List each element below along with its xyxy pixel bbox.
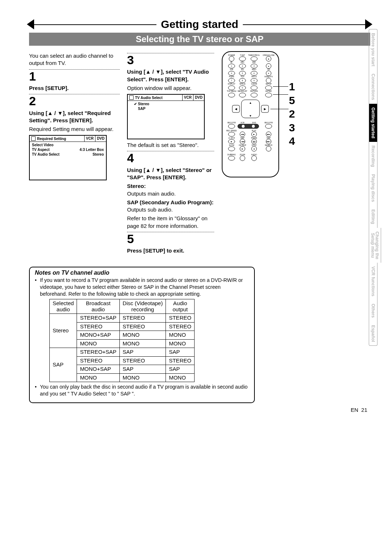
svg-point-29 [265, 93, 272, 97]
callout-4: 4 [289, 134, 295, 148]
side-tab-connections[interactable]: Connections [369, 70, 377, 104]
svg-text:3: 3 [254, 65, 255, 67]
menu-tab-vcr: VCR [183, 95, 193, 101]
svg-text:STOP: STOP [252, 144, 257, 146]
side-tab-playing-discs[interactable]: Playing discs [369, 171, 377, 206]
svg-text:▶: ▶ [253, 133, 255, 135]
side-tab-changing-setup[interactable]: Changing theSetup menu [369, 228, 381, 263]
svg-rect-73 [238, 124, 259, 128]
svg-text:1: 1 [231, 65, 232, 67]
svg-text:ABC: ABC [241, 61, 245, 63]
remote-diagram: POWER T-SET TIMER PROG. OPEN/CLOSE ▲ [221, 51, 370, 256]
svg-point-22 [228, 86, 235, 90]
svg-text:@.: @. [230, 61, 233, 63]
section-header: Getting started [29, 18, 370, 30]
svg-point-6 [239, 57, 246, 61]
table-row: SAP STEREO+SAP SAP SAP [50, 348, 195, 357]
svg-text:MNO: MNO [252, 68, 256, 70]
svg-text:DEF: DEF [252, 61, 256, 63]
svg-point-24 [251, 86, 257, 90]
svg-text:CLEAR: CLEAR [251, 83, 257, 85]
svg-text:JKL: JKL [241, 68, 244, 70]
menu-tab-dvd: DVD [193, 95, 204, 101]
stereo-body: Outputs main audio. [127, 190, 176, 197]
side-tab-espanol[interactable]: Español [369, 321, 377, 346]
table-header: Broadcastaudio [77, 299, 119, 314]
tv-audio-select-menu: TV Audio Select VCR DVD ✔Stereo SAP [127, 94, 205, 139]
svg-point-5 [229, 56, 234, 61]
svg-text:▼: ▼ [268, 72, 270, 74]
svg-text:▶▶|: ▶▶| [267, 140, 270, 143]
svg-text:MENU/LIST: MENU/LIST [238, 90, 248, 92]
table-row: Stereo STEREO+SAP STEREO STEREO [50, 314, 195, 323]
step-3-action: Using [▲ / ▼], select "TV Audio Select".… [127, 68, 214, 83]
svg-text:TIMER PROG.: TIMER PROG. [248, 54, 260, 56]
svg-text:TOP MENU: TOP MENU [227, 90, 237, 92]
step-3-number: 3 [127, 53, 214, 67]
notes-bullet-1: If you want to record a TV program avail… [40, 277, 249, 298]
svg-point-112 [240, 156, 245, 161]
svg-text:▲: ▲ [268, 58, 270, 60]
table-header: Selectedaudio [50, 299, 77, 314]
svg-text:❚❚: ❚❚ [253, 140, 256, 143]
menu-row: ✔Stereo [128, 102, 204, 106]
notes-panel: Notes on TV channel audio •If you want t… [29, 267, 255, 403]
svg-text:ZOOM: ZOOM [240, 153, 245, 156]
svg-text:▲: ▲ [249, 101, 252, 104]
svg-text:7: 7 [231, 79, 232, 82]
svg-text:WXYZ: WXYZ [252, 75, 257, 78]
svg-text:ENTER: ENTER [266, 90, 272, 92]
step-3-default: The default is set as "Stereo". [127, 142, 214, 149]
svg-text:DISPLAY: DISPLAY [228, 83, 236, 85]
sap-heading: SAP (Secondary Audio Program): [127, 199, 213, 205]
step-1-text: Press [SETUP]. [29, 85, 120, 92]
step-4-action: Using [▲ / ▼], select "Stereo" or "SAP".… [127, 167, 214, 181]
svg-text:4: 4 [231, 72, 232, 74]
notes-bullet-2: You can only play back the disc in secon… [40, 384, 249, 397]
svg-text:SKIP: SKIP [266, 137, 271, 139]
svg-point-72 [228, 124, 235, 128]
menu-row: SAP [128, 106, 204, 111]
side-tab-others[interactable]: Others [369, 300, 377, 321]
svg-text:2: 2 [242, 65, 243, 67]
svg-text:0: 0 [242, 87, 243, 89]
svg-point-90 [266, 146, 271, 151]
svg-text:▼: ▼ [249, 114, 252, 118]
intro-text: You can select an audio channel to outpu… [29, 52, 120, 67]
svg-point-21 [266, 78, 271, 83]
svg-text:POWER: POWER [228, 54, 235, 56]
menu-row: TV Aspect4:3 Letter Box [30, 147, 106, 152]
svg-text:RETURN: RETURN [250, 90, 258, 92]
svg-point-79 [228, 132, 235, 136]
callout-2: 2 [289, 107, 295, 121]
svg-text:CH: CH [267, 68, 270, 70]
side-tab-vcr-functions[interactable]: VCR functions [369, 263, 377, 300]
side-tab-getting-started[interactable]: Getting started [369, 104, 377, 142]
svg-text:◀: ◀ [235, 107, 237, 111]
side-tab-recording[interactable]: Recording [369, 142, 377, 171]
svg-point-113 [252, 156, 257, 161]
step-2-result: Required Setting menu will appear. [29, 126, 120, 133]
remote-icon: POWER T-SET TIMER PROG. OPEN/CLOSE ▲ [221, 51, 279, 178]
svg-point-87 [228, 147, 235, 151]
svg-text:SLOW: SLOW [229, 144, 234, 146]
side-tab-before-you-start[interactable]: Before you start [369, 29, 377, 70]
step-1-number: 1 [29, 70, 120, 83]
svg-text:▶: ▶ [242, 148, 243, 150]
svg-point-28 [251, 93, 257, 97]
svg-text:▶: ▶ [231, 140, 232, 143]
svg-text:AUDIO: AUDIO [251, 153, 257, 156]
audio-output-table: Selectedaudio Broadcastaudio Disc (Video… [49, 299, 195, 382]
menu-row: Select Video [30, 143, 106, 147]
svg-text:DVD: DVD [252, 122, 256, 124]
svg-text:DUBBING: DUBBING [228, 153, 236, 156]
svg-text:|◀◀: |◀◀ [241, 140, 244, 143]
side-tab-editing[interactable]: Editing [369, 206, 377, 228]
svg-text:CM SKIP: CM SKIP [239, 144, 246, 146]
svg-point-75 [252, 125, 255, 128]
side-nav-tabs: Before you start Connections Getting sta… [369, 29, 378, 346]
svg-text:9: 9 [254, 79, 255, 82]
svg-point-27 [239, 93, 246, 97]
svg-point-7 [251, 57, 257, 61]
page-number: EN 21 [29, 407, 367, 413]
